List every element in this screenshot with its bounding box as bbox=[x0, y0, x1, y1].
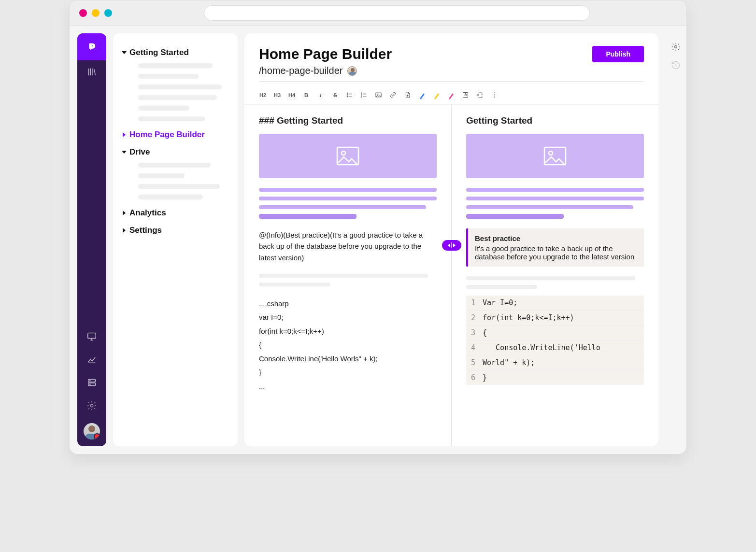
sidebar-item-home-page-builder[interactable]: Home Page Builder bbox=[120, 126, 231, 143]
heading2-button[interactable]: H2 bbox=[259, 92, 267, 98]
image-placeholder-icon bbox=[259, 134, 437, 178]
svg-point-9 bbox=[347, 96, 348, 97]
app-body: Getting Started Home Page Builder Drive bbox=[70, 26, 686, 454]
more-menu-button[interactable] bbox=[491, 91, 499, 99]
svg-point-17 bbox=[494, 92, 495, 93]
right-rail bbox=[665, 26, 686, 454]
svg-point-21 bbox=[342, 151, 345, 155]
traffic-lights bbox=[79, 9, 112, 17]
close-dot[interactable] bbox=[79, 9, 87, 17]
editor-toolbar: H2 H3 H4 B I S 123 bbox=[244, 86, 658, 105]
zoom-dot[interactable] bbox=[104, 9, 112, 17]
preview-pane: Getting Started Best practice It's a goo… bbox=[452, 105, 658, 446]
sidebar-item-label: Settings bbox=[129, 226, 162, 235]
highlight-pink-button[interactable] bbox=[447, 92, 455, 98]
sidebar-item-label: Drive bbox=[129, 147, 150, 157]
code-source: ....csharp var I=0; for(int k=0;k<=I;k++… bbox=[259, 297, 437, 394]
pane-divider bbox=[451, 105, 452, 446]
chevron-right-icon bbox=[123, 132, 126, 137]
highlight-blue-button[interactable] bbox=[418, 92, 426, 98]
window-titlebar bbox=[70, 0, 686, 26]
svg-point-7 bbox=[347, 93, 348, 94]
svg-point-8 bbox=[347, 95, 348, 96]
svg-point-18 bbox=[494, 95, 495, 96]
chevron-right-icon bbox=[123, 211, 126, 215]
server-icon[interactable] bbox=[77, 371, 106, 394]
sidebar-item-label: Getting Started bbox=[129, 48, 189, 57]
sidebar-item-label: Home Page Builder bbox=[129, 130, 205, 140]
app-window: Getting Started Home Page Builder Drive bbox=[69, 0, 687, 454]
svg-point-19 bbox=[494, 97, 495, 98]
heading3-button[interactable]: H3 bbox=[273, 92, 281, 98]
svg-rect-2 bbox=[88, 380, 96, 382]
chevron-down-icon bbox=[122, 151, 127, 154]
ghost-children bbox=[120, 61, 231, 126]
source-heading: ### Getting Started bbox=[259, 115, 437, 126]
svg-point-14 bbox=[377, 94, 378, 95]
publish-button[interactable]: Publish bbox=[592, 46, 644, 62]
svg-point-4 bbox=[90, 381, 90, 381]
page-title: Home Page Builder bbox=[259, 46, 392, 62]
ordered-list-button[interactable]: 123 bbox=[360, 91, 368, 99]
highlight-yellow-button[interactable] bbox=[433, 92, 441, 98]
page-slug[interactable]: /home-page-builder bbox=[259, 65, 342, 76]
image-button[interactable] bbox=[375, 91, 383, 99]
file-button[interactable] bbox=[404, 91, 412, 99]
chevron-right-icon bbox=[123, 228, 126, 233]
svg-point-23 bbox=[549, 151, 553, 155]
user-avatar[interactable] bbox=[84, 423, 100, 439]
sidebar-tree: Getting Started Home Page Builder Drive bbox=[113, 33, 238, 446]
sidebar-item-getting-started[interactable]: Getting Started bbox=[120, 44, 231, 61]
history-icon[interactable] bbox=[671, 60, 681, 70]
sidebar-item-analytics[interactable]: Analytics bbox=[120, 204, 231, 222]
page-break-button[interactable] bbox=[476, 91, 484, 99]
sidebar-item-drive[interactable]: Drive bbox=[120, 143, 231, 161]
svg-text:3: 3 bbox=[361, 96, 362, 98]
link-button[interactable] bbox=[389, 91, 397, 99]
svg-point-6 bbox=[90, 404, 93, 407]
info-callout: Best practice It's a good practice to ta… bbox=[466, 228, 644, 267]
split-handle[interactable] bbox=[442, 240, 461, 251]
monitor-icon[interactable] bbox=[77, 325, 106, 348]
image-placeholder-icon bbox=[466, 134, 644, 178]
chevron-down-icon bbox=[122, 51, 127, 54]
collaborator-avatar[interactable] bbox=[347, 66, 357, 76]
gear-icon[interactable] bbox=[671, 42, 681, 52]
address-bar[interactable] bbox=[204, 5, 590, 21]
italic-button[interactable]: I bbox=[317, 92, 325, 98]
editor-split: ### Getting Started @(Info)(Best practic… bbox=[244, 105, 658, 446]
analytics-icon[interactable] bbox=[77, 348, 106, 371]
rail-settings-icon[interactable] bbox=[77, 394, 106, 417]
svg-point-24 bbox=[675, 46, 677, 48]
minimize-dot[interactable] bbox=[92, 9, 100, 17]
svg-point-5 bbox=[90, 384, 90, 384]
bullet-list-button[interactable] bbox=[346, 91, 354, 99]
preview-heading: Getting Started bbox=[466, 115, 644, 126]
svg-rect-3 bbox=[88, 383, 96, 386]
strikethrough-button[interactable]: S bbox=[331, 92, 339, 98]
heading4-button[interactable]: H4 bbox=[288, 92, 296, 98]
callout-body: It's a good practice to take a back up o… bbox=[475, 244, 637, 261]
svg-rect-1 bbox=[88, 333, 96, 339]
ghost-children bbox=[120, 161, 231, 204]
callout-title: Best practice bbox=[475, 234, 637, 242]
code-preview: 1Var I=0; 2for(int k=0;k<=I;k++) 3{ 4 Co… bbox=[466, 296, 644, 385]
bold-button[interactable]: B bbox=[302, 92, 310, 98]
svg-point-0 bbox=[91, 45, 93, 47]
svg-rect-16 bbox=[465, 94, 466, 96]
sidebar-item-settings[interactable]: Settings bbox=[120, 222, 231, 239]
sidebar-item-label: Analytics bbox=[129, 208, 166, 218]
brand-logo[interactable] bbox=[77, 33, 106, 60]
lock-button[interactable] bbox=[462, 91, 470, 99]
info-source-text: @(Info)(Best practice)(It's a good pract… bbox=[259, 229, 437, 263]
source-pane[interactable]: ### Getting Started @(Info)(Best practic… bbox=[244, 105, 451, 446]
main-panel: Home Page Builder Publish /home-page-bui… bbox=[244, 33, 658, 446]
left-rail bbox=[77, 33, 106, 446]
library-icon[interactable] bbox=[77, 60, 106, 84]
page-header: Home Page Builder Publish /home-page-bui… bbox=[244, 33, 658, 86]
